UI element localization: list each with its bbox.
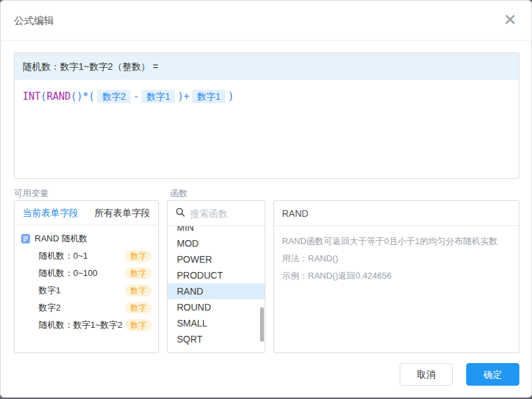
variable-label: 随机数：0~100	[39, 267, 125, 279]
functions-panel: MINMODPOWERPRODUCTRANDROUNDSMALLSQRT	[167, 200, 265, 353]
variable-label: 数字2	[39, 302, 125, 314]
function-detail-line: 示例：RAND()返回0.424656	[282, 267, 511, 285]
formula-token: -	[133, 90, 139, 102]
function-detail-line: RAND函数可返回大于等于0且小于1的均匀分布随机实数	[282, 233, 511, 250]
type-badge: 数字	[125, 267, 152, 279]
tab-variables-0[interactable]: 当前表单字段	[15, 201, 86, 225]
function-item-min[interactable]: MIN	[168, 226, 265, 235]
formula-token: ()	[70, 90, 82, 102]
form-file-icon	[21, 234, 30, 243]
formula-token: )	[178, 90, 184, 102]
variables-tree: RAND 随机数 随机数：0~1数字随机数：0~100数字数字1数字数字2数字随…	[15, 225, 158, 334]
type-badge: 数字	[125, 302, 152, 314]
function-item-round[interactable]: ROUND	[168, 299, 265, 315]
function-detail-title: RAND	[274, 201, 519, 226]
tree-items: 随机数：0~1数字随机数：0~100数字数字1数字数字2数字随机数：数字1~数字…	[15, 247, 158, 334]
type-badge: 数字	[125, 250, 152, 262]
function-item-rand[interactable]: RAND	[168, 283, 265, 299]
function-item-mod[interactable]: MOD	[168, 235, 265, 251]
formula-target-label: 随机数：数字1~数字2（整数） =	[15, 53, 519, 80]
function-item-small[interactable]: SMALL	[168, 315, 265, 331]
variables-tabs: 当前表单字段所有表单字段	[15, 201, 158, 225]
formula-field-token[interactable]: 数字2	[97, 90, 130, 103]
function-detail-panel: RAND RAND函数可返回大于等于0且小于1的均匀分布随机实数用法：RAND(…	[273, 200, 519, 353]
function-detail-line: 用法：RAND()	[282, 250, 511, 267]
type-badge: 数字	[125, 285, 152, 297]
dialog-title: 公式编辑	[14, 15, 54, 27]
variable-item[interactable]: 数字1数字	[15, 282, 158, 299]
search-icon	[176, 207, 185, 219]
variable-label: 数字1	[39, 285, 125, 297]
formula-field-token[interactable]: 数字1	[192, 90, 225, 103]
variable-item[interactable]: 随机数：数字1~数字2数字	[15, 317, 158, 334]
tree-root-row[interactable]: RAND 随机数	[15, 230, 158, 247]
variable-label: 随机数：数字1~数字2	[39, 319, 125, 331]
formula-edit-dialog: 公式编辑 ✕ 随机数：数字1~数字2（整数） = INT(RAND()*(数字2…	[0, 0, 532, 398]
function-item-sqrt[interactable]: SQRT	[168, 331, 265, 347]
function-list-scrollbar[interactable]	[260, 307, 264, 342]
variable-item[interactable]: 数字2数字	[15, 299, 158, 317]
formula-code-area[interactable]: INT(RAND()*(数字2-数字1)+数字1)	[15, 80, 519, 113]
formula-token: (	[41, 90, 47, 102]
function-search-row	[168, 201, 265, 226]
function-search-input[interactable]	[190, 208, 257, 219]
formula-token: *	[82, 90, 88, 102]
functions-section-label: 函数	[170, 188, 188, 200]
formula-token: )	[228, 90, 234, 102]
variables-section-label: 可用变量	[14, 188, 49, 200]
formula-editor: 随机数：数字1~数字2（整数） = INT(RAND()*(数字2-数字1)+数…	[14, 53, 519, 179]
function-item-product[interactable]: PRODUCT	[168, 267, 265, 283]
variable-label: 随机数：0~1	[39, 250, 125, 262]
function-item-power[interactable]: POWER	[168, 251, 265, 267]
function-detail-body: RAND函数可返回大于等于0且小于1的均匀分布随机实数用法：RAND()示例：R…	[274, 226, 519, 291]
formula-token: +	[184, 90, 190, 102]
tab-variables-1[interactable]: 所有表单字段	[86, 201, 158, 225]
variable-item[interactable]: 随机数：0~1数字	[15, 247, 158, 265]
dialog-titlebar: 公式编辑 ✕	[1, 1, 531, 41]
type-badge: 数字	[125, 319, 152, 331]
formula-token: (	[88, 90, 94, 102]
variables-panel: 当前表单字段所有表单字段 RAND 随机数 随机数：0~1数字随机数：0~100…	[14, 200, 159, 353]
cancel-button[interactable]: 取消	[400, 363, 453, 386]
function-list: MINMODPOWERPRODUCTRANDROUNDSMALLSQRT	[168, 226, 265, 353]
variable-item[interactable]: 随机数：0~100数字	[15, 265, 158, 282]
formula-field-token[interactable]: 数字1	[142, 90, 175, 103]
formula-token: RAND	[47, 90, 70, 102]
formula-token: INT	[23, 90, 41, 102]
close-icon[interactable]: ✕	[502, 13, 518, 29]
confirm-button[interactable]: 确定	[466, 363, 519, 386]
tree-root-label: RAND 随机数	[35, 233, 87, 245]
